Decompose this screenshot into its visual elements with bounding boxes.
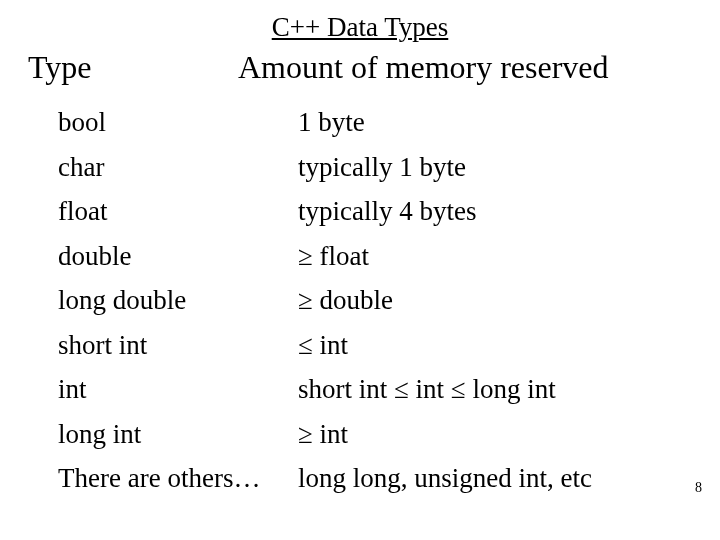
table-row: bool 1 byte [58,100,692,145]
memory-cell: ≥ int [298,412,692,457]
type-cell: bool [58,100,298,145]
memory-cell: typically 1 byte [298,145,692,190]
slide-title: C++ Data Types [28,12,692,43]
type-cell: long double [58,278,298,323]
memory-cell: long long, unsigned int, etc [298,456,692,501]
type-cell: double [58,234,298,279]
table-row: long int ≥ int [58,412,692,457]
type-cell: char [58,145,298,190]
table-row: long double ≥ double [58,278,692,323]
memory-cell: ≥ double [298,278,692,323]
data-rows: bool 1 byte char typically 1 byte float … [28,100,692,501]
type-cell: short int [58,323,298,368]
table-row: char typically 1 byte [58,145,692,190]
type-cell: float [58,189,298,234]
table-row: There are others… long long, unsigned in… [58,456,692,501]
table-row: double ≥ float [58,234,692,279]
memory-cell: typically 4 bytes [298,189,692,234]
memory-cell: ≥ float [298,234,692,279]
type-cell: int [58,367,298,412]
memory-cell: ≤ int [298,323,692,368]
memory-cell: 1 byte [298,100,692,145]
header-memory: Amount of memory reserved [238,49,692,86]
type-cell: There are others… [58,456,298,501]
table-row: int short int ≤ int ≤ long int [58,367,692,412]
page-number: 8 [695,480,702,496]
column-headers: Type Amount of memory reserved [28,49,692,86]
header-type: Type [28,49,238,86]
memory-cell: short int ≤ int ≤ long int [298,367,692,412]
type-cell: long int [58,412,298,457]
table-row: float typically 4 bytes [58,189,692,234]
table-row: short int ≤ int [58,323,692,368]
